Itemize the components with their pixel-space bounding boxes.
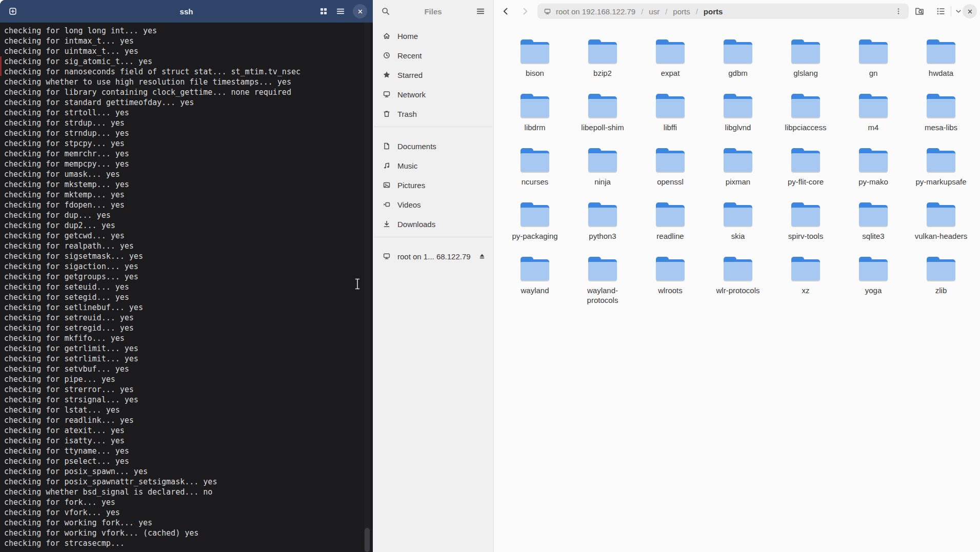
terminal-close-button[interactable] — [353, 4, 367, 18]
folder-item-libdrm[interactable]: libdrm — [501, 94, 569, 132]
folder-item-py-packaging[interactable]: py-packaging — [501, 202, 569, 241]
sidebar-item-videos[interactable]: Videos — [376, 195, 490, 214]
folder-icon — [859, 202, 888, 226]
folder-item-python3[interactable]: python3 — [569, 202, 636, 241]
folder-item-readline[interactable]: readline — [636, 202, 704, 241]
folder-item-gn[interactable]: gn — [839, 39, 907, 78]
folder-item-libpciaccess[interactable]: libpciaccess — [772, 94, 839, 132]
breadcrumb-segment[interactable]: usr — [649, 7, 659, 16]
folder-item-openssl[interactable]: openssl — [636, 148, 704, 187]
folder-item-libffi[interactable]: libffi — [636, 94, 704, 132]
folder-label: py-markupsafe — [915, 177, 966, 187]
folder-item-vulkan-headers[interactable]: vulkan-headers — [907, 202, 975, 241]
folder-item-libepoll-shim[interactable]: libepoll-shim — [569, 94, 636, 132]
folder-item-expat[interactable]: expat — [636, 39, 704, 78]
terminal-scrollbar[interactable] — [364, 23, 370, 552]
folder-icon — [791, 39, 820, 63]
sidebar-divider — [374, 127, 492, 127]
folder-grid: bisonbzip2expatgdbmglslanggnhwdatalibdrm… — [501, 31, 975, 321]
folder-item-sqlite3[interactable]: sqlite3 — [839, 202, 907, 241]
sidebar-item-network[interactable]: Network — [376, 85, 490, 104]
forward-button[interactable] — [521, 7, 530, 16]
folder-item-bzip2[interactable]: bzip2 — [569, 39, 636, 78]
folder-item-libglvnd[interactable]: libglvnd — [704, 94, 772, 132]
folder-icon — [791, 94, 820, 117]
folder-item-skia[interactable]: skia — [704, 202, 772, 241]
hamburger-icon — [336, 7, 345, 16]
sidebar-item-downloads[interactable]: Downloads — [376, 214, 490, 234]
folder-icon — [588, 39, 617, 63]
breadcrumb-separator: / — [665, 7, 667, 16]
folder-item-py-mako[interactable]: py-mako — [839, 148, 907, 187]
text-cursor — [354, 278, 361, 290]
files-menu-button[interactable] — [476, 7, 485, 16]
terminal-output-line: checking for pselect... yes — [4, 456, 369, 466]
folder-item-xz[interactable]: xz — [772, 257, 839, 305]
hamburger-icon — [476, 7, 485, 16]
folder-item-wlroots[interactable]: wlroots — [636, 257, 704, 305]
view-options-button[interactable] — [954, 7, 963, 15]
folder-item-ncurses[interactable]: ncurses — [501, 148, 569, 187]
sidebar-item-pictures[interactable]: Pictures — [376, 175, 490, 195]
path-menu-button[interactable] — [894, 7, 903, 15]
terminal-output-line: checking for mktemp... yes — [4, 190, 369, 200]
terminal-output-line: checking for sig_atomic_t... yes — [4, 56, 369, 67]
sidebar-item-trash[interactable]: Trash — [376, 104, 490, 124]
back-button[interactable] — [501, 7, 510, 16]
folder-item-yoga[interactable]: yoga — [839, 257, 907, 305]
terminal-output-line: checking for intmax_t... yes — [4, 36, 369, 46]
files-close-button[interactable] — [963, 4, 977, 18]
folder-item-spirv-tools[interactable]: spirv-tools — [772, 202, 839, 241]
folder-label: wlroots — [658, 285, 683, 295]
terminal-output-line: checking for seteuid... yes — [4, 282, 369, 292]
folder-item-glslang[interactable]: glslang — [772, 39, 839, 78]
folder-item-mesa-libs[interactable]: mesa-libs — [907, 94, 975, 132]
folder-item-py-markupsafe[interactable]: py-markupsafe — [907, 148, 975, 187]
folder-label: gn — [869, 68, 878, 78]
eject-button[interactable] — [478, 252, 486, 260]
terminal-output-line: checking for standard gettimeofday... ye… — [4, 97, 369, 108]
terminal-output-line: checking for getgroups... yes — [4, 272, 369, 282]
folder-item-wlr-protocols[interactable]: wlr-protocols — [704, 257, 772, 305]
terminal-output-line: checking for getcwd... yes — [4, 231, 369, 241]
sidebar-item-root-on-1-68-122-79[interactable]: root on 1... 68.122.79 — [376, 247, 490, 266]
breadcrumb-segment[interactable]: ports — [704, 7, 723, 16]
terminal-output-line: checking for strsignal... yes — [4, 395, 369, 405]
folder-icon — [927, 148, 955, 172]
search-in-folder-button[interactable] — [914, 6, 925, 16]
sidebar-item-starred[interactable]: Starred — [376, 65, 490, 85]
tab-overview-button[interactable] — [319, 7, 328, 16]
folder-item-ninja[interactable]: ninja — [569, 148, 636, 187]
files-main-pane: root on 192.168.122.79/usr/ports/ports b… — [493, 0, 980, 552]
music-icon — [383, 161, 391, 170]
breadcrumb[interactable]: root on 192.168.122.79/usr/ports/ports — [537, 4, 909, 19]
folder-item-zlib[interactable]: zlib — [907, 257, 975, 305]
folder-item-m4[interactable]: m4 — [839, 94, 907, 132]
folder-label: py-flit-core — [788, 177, 824, 187]
starred-icon — [383, 71, 391, 79]
breadcrumb-segment[interactable]: root on 192.168.122.79 — [556, 7, 635, 16]
sidebar-item-documents[interactable]: Documents — [376, 136, 490, 156]
sidebar-item-music[interactable]: Music — [376, 156, 490, 175]
terminal-scrollbar-thumb[interactable] — [365, 528, 370, 552]
view-toggle-button[interactable] — [936, 6, 946, 16]
terminal-menu-button[interactable] — [336, 7, 345, 16]
sidebar-item-label: Music — [397, 161, 417, 170]
sidebar-item-recent[interactable]: Recent — [376, 46, 490, 65]
folder-icon — [521, 257, 549, 280]
sidebar-item-home[interactable]: Home — [376, 26, 490, 46]
folder-icon — [791, 202, 820, 226]
folder-item-hwdata[interactable]: hwdata — [907, 39, 975, 78]
folder-item-pixman[interactable]: pixman — [704, 148, 772, 187]
breadcrumb-segment[interactable]: ports — [673, 7, 690, 16]
downloads-icon — [383, 220, 391, 228]
folder-item-wayland[interactable]: wayland — [501, 257, 569, 305]
folder-icon — [927, 257, 955, 280]
folder-item-gdbm[interactable]: gdbm — [704, 39, 772, 78]
chevron-right-icon — [521, 7, 530, 16]
recent-icon — [383, 51, 391, 59]
sidebar-item-label: Network — [397, 90, 426, 99]
folder-item-wayland-protocols[interactable]: wayland-protocols — [569, 257, 636, 305]
folder-item-py-flit-core[interactable]: py-flit-core — [772, 148, 839, 187]
folder-item-bison[interactable]: bison — [501, 39, 569, 78]
